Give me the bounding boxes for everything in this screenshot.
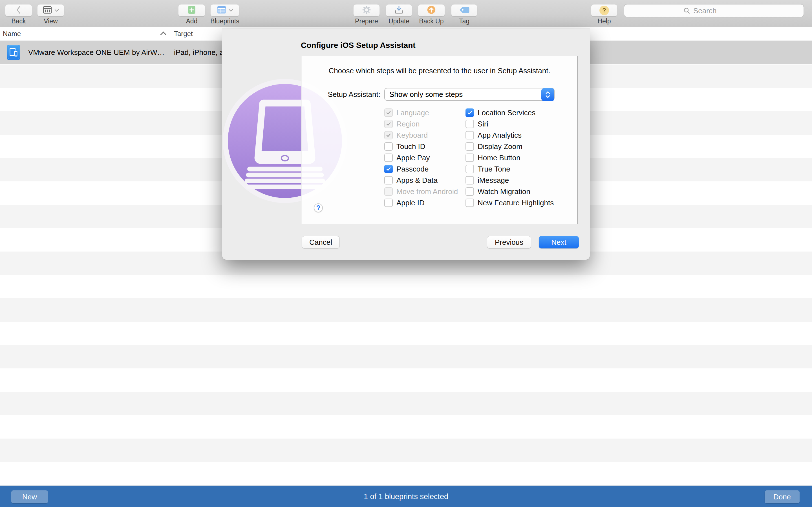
checkbox-keyboard[interactable]: Keyboard: [384, 129, 458, 141]
back-button[interactable]: Back: [5, 0, 32, 27]
checkbox-location-services[interactable]: Location Services: [465, 107, 554, 118]
previous-button[interactable]: Previous: [487, 236, 531, 248]
gear-icon: [361, 4, 372, 16]
tag-button[interactable]: Tag: [451, 0, 477, 27]
checkbox-icon: [465, 131, 474, 139]
checkbox-apple-id[interactable]: Apple ID: [384, 197, 458, 209]
options-column-left: Language Region Keyboard Touch ID Apple …: [384, 107, 458, 209]
checkbox-home-button[interactable]: Home Button: [465, 152, 554, 163]
toolbar: Back View: [0, 0, 812, 27]
next-button[interactable]: Next: [539, 236, 579, 248]
tag-label: Tag: [451, 17, 477, 25]
view-button[interactable]: View: [37, 0, 64, 27]
checkbox-icon: [465, 187, 474, 196]
sort-ascending-icon: [160, 32, 166, 38]
dropdown-value: Show only some steps: [385, 90, 463, 99]
add-plus-icon: [187, 5, 197, 16]
app-window: Back View: [0, 0, 812, 507]
add-label: Add: [178, 17, 205, 25]
search-icon: [683, 7, 691, 14]
checkbox-passcode[interactable]: Passcode: [384, 163, 458, 175]
checkbox-region[interactable]: Region: [384, 118, 458, 129]
question-mark-icon: ?: [599, 6, 609, 15]
checkbox-app-analytics[interactable]: App Analytics: [465, 129, 554, 141]
checkbox-icon: [384, 165, 393, 173]
checkbox-icon: [384, 108, 393, 117]
blueprints-button[interactable]: Blueprints: [210, 0, 239, 27]
blueprints-label: Blueprints: [210, 17, 239, 25]
checkbox-icon: [465, 199, 474, 207]
checkbox-icon: [384, 142, 393, 151]
backup-label: Back Up: [418, 17, 445, 25]
add-button[interactable]: Add: [178, 0, 205, 27]
column-header-name[interactable]: Name: [3, 27, 21, 40]
checkbox-icon: [384, 154, 393, 162]
setup-steps-panel: Choose which steps will be presented to …: [301, 56, 578, 224]
checkbox-icon: [384, 199, 393, 207]
prepare-button[interactable]: Prepare: [353, 0, 380, 27]
checkbox-icon: [384, 187, 393, 196]
checkbox-move-from-android[interactable]: Move from Android: [384, 186, 458, 197]
dialog-instruction: Choose which steps will be presented to …: [301, 66, 577, 75]
checkbox-icon: [465, 176, 474, 184]
checkbox-icon: [465, 108, 474, 117]
row-target: iPad, iPhone, a: [174, 41, 223, 64]
search-field[interactable]: [624, 4, 804, 17]
checkbox-touch-id[interactable]: Touch ID: [384, 141, 458, 152]
done-button[interactable]: Done: [765, 490, 800, 503]
back-label: Back: [5, 17, 32, 25]
prepare-label: Prepare: [353, 17, 380, 25]
dialog-title: Configure iOS Setup Assistant: [301, 41, 416, 50]
chevron-down-icon: [229, 8, 233, 13]
cancel-button[interactable]: Cancel: [302, 236, 340, 248]
view-label: View: [37, 17, 64, 25]
grid-view-icon: [43, 5, 52, 15]
checkbox-imessage[interactable]: iMessage: [465, 175, 554, 186]
status-bar: New 1 of 1 blueprints selected Done: [0, 486, 812, 507]
panel-help-button[interactable]: ?: [314, 203, 323, 212]
checkbox-icon: [465, 120, 474, 128]
chevron-down-icon: [54, 8, 59, 13]
upload-circle-icon: [426, 4, 437, 16]
setup-assistant-dropdown[interactable]: Show only some steps: [384, 88, 555, 101]
checkbox-icon: [384, 131, 393, 139]
help-button[interactable]: ? Help: [591, 0, 617, 27]
options-column-right: Location Services Siri App Analytics Dis…: [465, 107, 554, 209]
backup-button[interactable]: Back Up: [418, 0, 445, 27]
row-name: VMware Workspace ONE UEM by AirW…: [28, 41, 165, 64]
setup-assistant-label: Setup Assistant:: [301, 88, 380, 101]
checkbox-icon: [465, 165, 474, 173]
help-label: Help: [591, 17, 617, 25]
checkbox-watch-migration[interactable]: Watch Migration: [465, 186, 554, 197]
search-input[interactable]: [693, 6, 745, 15]
checkbox-true-tone[interactable]: True Tone: [465, 163, 554, 175]
chevron-left-icon: [15, 5, 22, 16]
checkbox-apple-pay[interactable]: Apple Pay: [384, 152, 458, 163]
checkbox-icon: [465, 142, 474, 151]
checkbox-icon: [384, 176, 393, 184]
tag-icon: [458, 5, 470, 16]
download-tray-icon: [394, 4, 404, 16]
checkbox-new-feature-highlights[interactable]: New Feature Highlights: [465, 197, 554, 209]
column-header-target[interactable]: Target: [174, 27, 193, 40]
checkbox-siri[interactable]: Siri: [465, 118, 554, 129]
update-label: Update: [386, 17, 412, 25]
checkbox-apps-data[interactable]: Apps & Data: [384, 175, 458, 186]
checkbox-icon: [465, 154, 474, 162]
checkbox-display-zoom[interactable]: Display Zoom: [465, 141, 554, 152]
configure-setup-assistant-dialog: Configure iOS Setup Assistant: [222, 29, 590, 260]
blueprint-devices-icon: [7, 45, 20, 60]
checkbox-icon: [384, 120, 393, 128]
update-button[interactable]: Update: [386, 0, 412, 27]
selection-status-text: 1 of 1 blueprints selected: [0, 486, 812, 507]
column-divider[interactable]: [170, 29, 170, 39]
checkbox-language[interactable]: Language: [384, 107, 458, 118]
dropdown-stepper-icon: [541, 88, 554, 101]
blueprints-grid-icon: [217, 5, 226, 15]
